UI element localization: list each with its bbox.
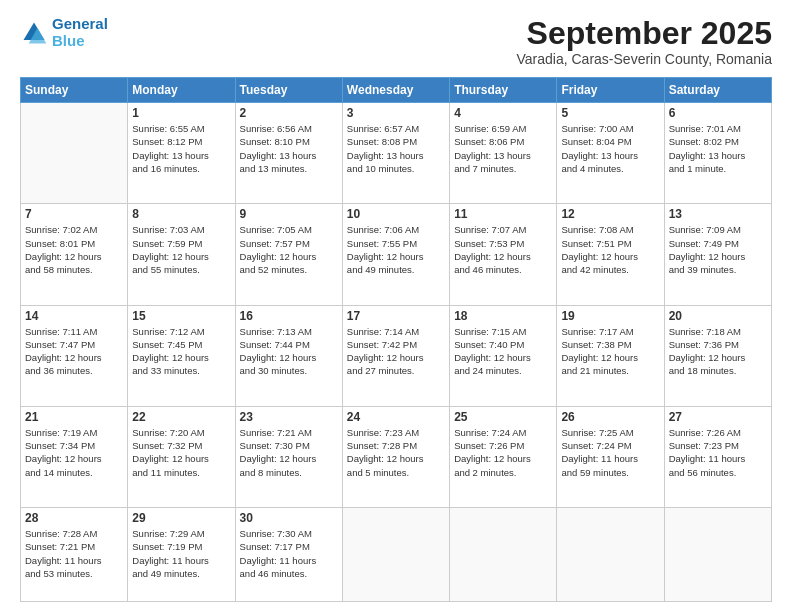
- day-info: Sunrise: 7:26 AMSunset: 7:23 PMDaylight:…: [669, 426, 767, 479]
- day-info: Sunrise: 7:02 AMSunset: 8:01 PMDaylight:…: [25, 223, 123, 276]
- calendar-cell: 28Sunrise: 7:28 AMSunset: 7:21 PMDayligh…: [21, 507, 128, 601]
- calendar-cell: [557, 507, 664, 601]
- day-info: Sunrise: 7:17 AMSunset: 7:38 PMDaylight:…: [561, 325, 659, 378]
- column-header-tuesday: Tuesday: [235, 78, 342, 103]
- calendar-cell: 25Sunrise: 7:24 AMSunset: 7:26 PMDayligh…: [450, 406, 557, 507]
- day-info: Sunrise: 7:25 AMSunset: 7:24 PMDaylight:…: [561, 426, 659, 479]
- calendar-cell: 26Sunrise: 7:25 AMSunset: 7:24 PMDayligh…: [557, 406, 664, 507]
- logo-icon: [20, 19, 48, 47]
- subtitle: Varadia, Caras-Severin County, Romania: [517, 51, 773, 67]
- calendar-cell: 23Sunrise: 7:21 AMSunset: 7:30 PMDayligh…: [235, 406, 342, 507]
- day-number: 15: [132, 309, 230, 323]
- day-number: 9: [240, 207, 338, 221]
- column-header-friday: Friday: [557, 78, 664, 103]
- column-header-monday: Monday: [128, 78, 235, 103]
- day-info: Sunrise: 7:15 AMSunset: 7:40 PMDaylight:…: [454, 325, 552, 378]
- calendar-cell: 30Sunrise: 7:30 AMSunset: 7:17 PMDayligh…: [235, 507, 342, 601]
- day-info: Sunrise: 7:07 AMSunset: 7:53 PMDaylight:…: [454, 223, 552, 276]
- day-info: Sunrise: 7:12 AMSunset: 7:45 PMDaylight:…: [132, 325, 230, 378]
- calendar-week-1: 1Sunrise: 6:55 AMSunset: 8:12 PMDaylight…: [21, 103, 772, 204]
- day-info: Sunrise: 6:57 AMSunset: 8:08 PMDaylight:…: [347, 122, 445, 175]
- day-info: Sunrise: 7:19 AMSunset: 7:34 PMDaylight:…: [25, 426, 123, 479]
- day-number: 3: [347, 106, 445, 120]
- day-number: 18: [454, 309, 552, 323]
- day-number: 17: [347, 309, 445, 323]
- day-info: Sunrise: 6:55 AMSunset: 8:12 PMDaylight:…: [132, 122, 230, 175]
- calendar-cell: [342, 507, 449, 601]
- column-header-thursday: Thursday: [450, 78, 557, 103]
- calendar-cell: 18Sunrise: 7:15 AMSunset: 7:40 PMDayligh…: [450, 305, 557, 406]
- day-number: 8: [132, 207, 230, 221]
- day-info: Sunrise: 7:01 AMSunset: 8:02 PMDaylight:…: [669, 122, 767, 175]
- calendar-week-4: 21Sunrise: 7:19 AMSunset: 7:34 PMDayligh…: [21, 406, 772, 507]
- calendar-cell: 3Sunrise: 6:57 AMSunset: 8:08 PMDaylight…: [342, 103, 449, 204]
- calendar-cell: 10Sunrise: 7:06 AMSunset: 7:55 PMDayligh…: [342, 204, 449, 305]
- calendar-cell: 17Sunrise: 7:14 AMSunset: 7:42 PMDayligh…: [342, 305, 449, 406]
- main-title: September 2025: [517, 16, 773, 51]
- day-number: 27: [669, 410, 767, 424]
- day-number: 26: [561, 410, 659, 424]
- calendar-cell: 2Sunrise: 6:56 AMSunset: 8:10 PMDaylight…: [235, 103, 342, 204]
- day-info: Sunrise: 7:20 AMSunset: 7:32 PMDaylight:…: [132, 426, 230, 479]
- day-number: 21: [25, 410, 123, 424]
- day-number: 24: [347, 410, 445, 424]
- calendar-cell: 15Sunrise: 7:12 AMSunset: 7:45 PMDayligh…: [128, 305, 235, 406]
- day-number: 12: [561, 207, 659, 221]
- calendar-cell: 12Sunrise: 7:08 AMSunset: 7:51 PMDayligh…: [557, 204, 664, 305]
- day-number: 23: [240, 410, 338, 424]
- calendar-week-3: 14Sunrise: 7:11 AMSunset: 7:47 PMDayligh…: [21, 305, 772, 406]
- calendar-week-5: 28Sunrise: 7:28 AMSunset: 7:21 PMDayligh…: [21, 507, 772, 601]
- day-info: Sunrise: 7:09 AMSunset: 7:49 PMDaylight:…: [669, 223, 767, 276]
- day-info: Sunrise: 7:18 AMSunset: 7:36 PMDaylight:…: [669, 325, 767, 378]
- day-number: 25: [454, 410, 552, 424]
- column-header-saturday: Saturday: [664, 78, 771, 103]
- day-number: 14: [25, 309, 123, 323]
- day-number: 4: [454, 106, 552, 120]
- day-number: 30: [240, 511, 338, 525]
- calendar-cell: 14Sunrise: 7:11 AMSunset: 7:47 PMDayligh…: [21, 305, 128, 406]
- calendar-header-row: SundayMondayTuesdayWednesdayThursdayFrid…: [21, 78, 772, 103]
- logo: General Blue: [20, 16, 108, 49]
- calendar-cell: 27Sunrise: 7:26 AMSunset: 7:23 PMDayligh…: [664, 406, 771, 507]
- calendar-table: SundayMondayTuesdayWednesdayThursdayFrid…: [20, 77, 772, 602]
- calendar-cell: 8Sunrise: 7:03 AMSunset: 7:59 PMDaylight…: [128, 204, 235, 305]
- calendar-cell: 6Sunrise: 7:01 AMSunset: 8:02 PMDaylight…: [664, 103, 771, 204]
- day-number: 28: [25, 511, 123, 525]
- day-number: 16: [240, 309, 338, 323]
- calendar-week-2: 7Sunrise: 7:02 AMSunset: 8:01 PMDaylight…: [21, 204, 772, 305]
- day-info: Sunrise: 7:24 AMSunset: 7:26 PMDaylight:…: [454, 426, 552, 479]
- day-info: Sunrise: 7:06 AMSunset: 7:55 PMDaylight:…: [347, 223, 445, 276]
- day-number: 7: [25, 207, 123, 221]
- page: General Blue September 2025 Varadia, Car…: [0, 0, 792, 612]
- day-info: Sunrise: 7:03 AMSunset: 7:59 PMDaylight:…: [132, 223, 230, 276]
- day-number: 22: [132, 410, 230, 424]
- header: General Blue September 2025 Varadia, Car…: [20, 16, 772, 67]
- calendar-cell: 7Sunrise: 7:02 AMSunset: 8:01 PMDaylight…: [21, 204, 128, 305]
- calendar-cell: 5Sunrise: 7:00 AMSunset: 8:04 PMDaylight…: [557, 103, 664, 204]
- calendar-cell: 24Sunrise: 7:23 AMSunset: 7:28 PMDayligh…: [342, 406, 449, 507]
- day-info: Sunrise: 7:30 AMSunset: 7:17 PMDaylight:…: [240, 527, 338, 580]
- calendar-cell: 19Sunrise: 7:17 AMSunset: 7:38 PMDayligh…: [557, 305, 664, 406]
- day-number: 2: [240, 106, 338, 120]
- logo-blue: Blue: [52, 32, 85, 49]
- day-info: Sunrise: 7:28 AMSunset: 7:21 PMDaylight:…: [25, 527, 123, 580]
- day-number: 1: [132, 106, 230, 120]
- day-info: Sunrise: 7:05 AMSunset: 7:57 PMDaylight:…: [240, 223, 338, 276]
- calendar-cell: 16Sunrise: 7:13 AMSunset: 7:44 PMDayligh…: [235, 305, 342, 406]
- day-number: 6: [669, 106, 767, 120]
- column-header-wednesday: Wednesday: [342, 78, 449, 103]
- calendar-cell: [664, 507, 771, 601]
- title-block: September 2025 Varadia, Caras-Severin Co…: [517, 16, 773, 67]
- column-header-sunday: Sunday: [21, 78, 128, 103]
- day-info: Sunrise: 7:11 AMSunset: 7:47 PMDaylight:…: [25, 325, 123, 378]
- day-info: Sunrise: 6:59 AMSunset: 8:06 PMDaylight:…: [454, 122, 552, 175]
- calendar-cell: 20Sunrise: 7:18 AMSunset: 7:36 PMDayligh…: [664, 305, 771, 406]
- day-number: 29: [132, 511, 230, 525]
- day-info: Sunrise: 7:08 AMSunset: 7:51 PMDaylight:…: [561, 223, 659, 276]
- day-info: Sunrise: 7:29 AMSunset: 7:19 PMDaylight:…: [132, 527, 230, 580]
- day-number: 5: [561, 106, 659, 120]
- calendar-cell: 9Sunrise: 7:05 AMSunset: 7:57 PMDaylight…: [235, 204, 342, 305]
- calendar-cell: 1Sunrise: 6:55 AMSunset: 8:12 PMDaylight…: [128, 103, 235, 204]
- calendar-cell: 11Sunrise: 7:07 AMSunset: 7:53 PMDayligh…: [450, 204, 557, 305]
- day-info: Sunrise: 7:00 AMSunset: 8:04 PMDaylight:…: [561, 122, 659, 175]
